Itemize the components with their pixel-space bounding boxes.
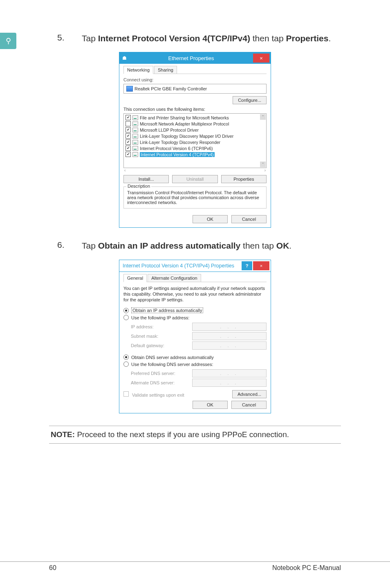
default-gateway-label: Default gateway: [131,343,192,348]
checkbox-icon[interactable]: ✔ [126,146,131,151]
list-scroll-up[interactable]: ˄ [260,114,266,120]
page-number: 60 [49,564,56,572]
radio-obtain-ip-auto[interactable]: Obtain an IP address automatically [123,307,267,314]
list-scroll-down[interactable]: ˅ [260,162,266,167]
checkbox-icon[interactable] [126,121,131,126]
configure-button[interactable]: Configure... [233,96,267,104]
alternate-dns-input: . . . [192,379,267,387]
uninstall-button[interactable]: Uninstall [172,175,217,183]
tab-networking[interactable]: Networking [123,66,153,74]
item-label: Link-Layer Topology Discovery Mapper I/O… [140,134,233,139]
step-6-text: Tap Obtain an IP address automatically t… [82,240,341,251]
radio-label: Obtain DNS server address automatically [131,355,214,360]
dlg2-ok-button[interactable]: OK [193,401,228,409]
description-legend: Description [126,184,151,189]
step5-bold2: Properties [286,34,329,43]
dlg1-cancel-button[interactable]: Cancel [231,215,267,223]
list-item[interactable]: Microsoft Network Adapter Multiplexor Pr… [124,121,266,127]
properties-button[interactable]: Properties [221,175,267,183]
radio-label: Use the following IP address: [131,315,189,320]
list-item[interactable]: ✔ File and Printer Sharing for Microsoft… [124,114,266,121]
list-item[interactable]: ✔ Link-Layer Topology Discovery Responde… [124,139,266,145]
item-label: File and Printer Sharing for Microsoft N… [140,115,229,120]
item-label: Link-Layer Topology Discovery Responder [140,140,220,145]
checkbox-icon[interactable]: ✔ [126,127,131,132]
field-subnet-mask: Subnet mask: . . . [131,332,267,340]
step6-pre: Tap [82,241,98,250]
list-item[interactable]: ✔ Microsoft LLDP Protocol Driver [124,127,266,133]
install-button[interactable]: Install... [123,175,169,183]
item-label: Internet Protocol Version 4 (TCP/IPv4) [140,152,215,157]
ipv4-info-text: You can get IP settings assigned automat… [123,285,267,303]
checkbox-icon[interactable]: ✔ [126,115,131,120]
protocol-icon [132,134,138,139]
checkbox-icon[interactable]: ✔ [126,133,131,139]
validate-label: Validate settings upon exit [132,393,184,397]
step-5-text: Tap Internet Protocol Version 4(TCP/IPv4… [82,33,341,44]
radio-icon [123,361,129,367]
step6-bold2: OK [276,241,289,250]
description-group: Description Transmission Control Protoco… [123,186,267,209]
dlg2-cancel-button[interactable]: Cancel [231,401,267,409]
radio-obtain-dns-auto[interactable]: Obtain DNS server address automatically [123,354,267,361]
field-ip-address: IP address: . . . [131,323,267,331]
dlg1-ok-button[interactable]: OK [193,215,228,223]
horizontal-scroll-hint: ‹› [123,168,267,173]
list-item[interactable]: ✔ Link-Layer Topology Discovery Mapper I… [124,133,266,139]
advanced-button[interactable]: Advanced... [232,390,267,398]
dialog2-help-button[interactable]: ? [242,261,252,270]
dialog2-title: Internet Protocol Version 4 (TCP/IPv4) P… [119,263,242,269]
step5-post: . [328,34,331,43]
dialog2-titlebar: Internet Protocol Version 4 (TCP/IPv4) P… [119,260,271,272]
protocol-icon [132,140,138,145]
list-item-selected[interactable]: ✔ Internet Protocol Version 4 (TCP/IPv4) [124,151,266,157]
dialog2-close-button[interactable]: × [253,261,269,270]
page-footer: 60 Notebook PC E-Manual [0,561,390,572]
step6-post: . [289,241,291,250]
protocol-icon [132,115,138,120]
list-label: This connection uses the following items… [123,107,267,112]
device-box[interactable]: Realtek PCIe GBE Family Controller [123,84,267,94]
radio-icon [123,315,129,320]
note-box: NOTE: Proceed to the next steps if you a… [49,426,341,444]
step5-pre: Tap [82,34,98,43]
ip-address-input: . . . [192,323,267,331]
tab-sharing[interactable]: Sharing [154,66,177,74]
note-text: Proceed to the next steps if you are usi… [75,430,289,439]
protocol-icon [132,128,138,132]
validate-checkbox-row[interactable]: Validate settings upon exit [123,391,184,397]
alternate-dns-label: Alternate DNS server: [131,380,192,385]
checkbox-icon[interactable]: ✔ [126,152,131,157]
note-heading: NOTE: [51,430,75,439]
connection-items-list[interactable]: ˄ ✔ File and Printer Sharing for Microso… [123,113,267,168]
radio-icon [123,355,129,360]
tab-general[interactable]: General [123,274,147,282]
radio-label: Use the following DNS server addresses: [131,362,213,367]
connect-using-label: Connect using: [123,77,267,82]
description-text: Transmission Control Protocol/Internet P… [127,190,263,205]
checkbox-icon[interactable]: ✔ [126,139,131,145]
protocol-icon [132,152,138,157]
dialog1-icon: ☗ [119,55,129,61]
step6-bold1: Obtain an IP address automatically [98,241,241,250]
ethernet-properties-dialog: ☗ Ethernet Properties × Networking Shari… [119,52,271,228]
step5-bold1: Internet Protocol Version 4(TCP/IPv4) [98,34,250,43]
step5-mid: then tap [250,34,286,43]
subnet-mask-input: . . . [192,332,267,340]
field-default-gateway: Default gateway: . . . [131,341,267,350]
nic-icon [126,86,133,92]
device-name: Realtek PCIe GBE Family Controller [134,86,207,91]
tab-alternate-config[interactable]: Alternate Configuration [148,274,201,282]
field-preferred-dns: Preferred DNS server: . . . [131,369,267,377]
step6-mid: then tap [240,241,276,250]
dialog1-close-button[interactable]: × [253,54,269,63]
step-5-number: 5. [49,33,82,44]
radio-label: Obtain an IP address automatically [131,307,203,313]
radio-use-dns[interactable]: Use the following DNS server addresses: [123,361,267,368]
default-gateway-input: . . . [192,341,267,350]
checkbox-icon [123,391,129,397]
list-item[interactable]: ✔ Internet Protocol Version 6 (TCP/IPv6) [124,145,266,151]
subnet-mask-label: Subnet mask: [131,334,192,339]
radio-use-ip[interactable]: Use the following IP address: [123,314,267,321]
dialog2-tabs: General Alternate Configuration [123,274,267,282]
